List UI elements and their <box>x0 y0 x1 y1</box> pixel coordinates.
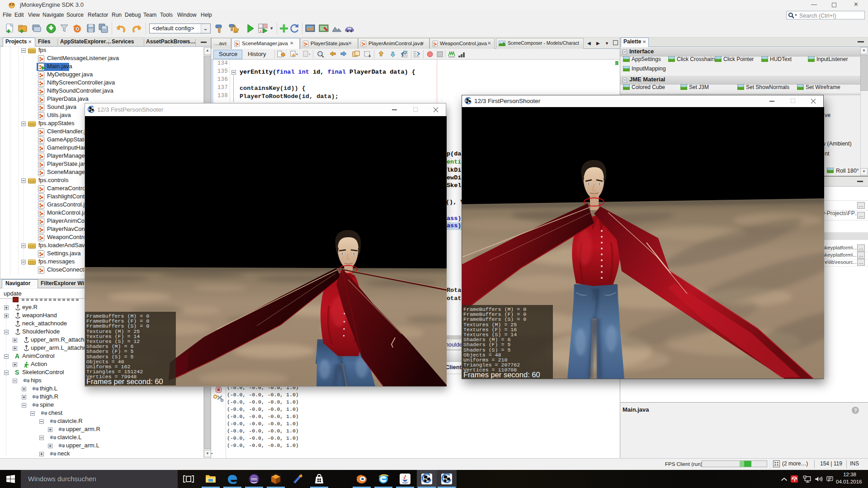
svg-text:Frames per second: 60: Frames per second: 60 <box>463 371 540 379</box>
svg-text:Frames per second: 60: Frames per second: 60 <box>86 377 163 385</box>
svg-text:3: 3 <box>259 29 262 33</box>
